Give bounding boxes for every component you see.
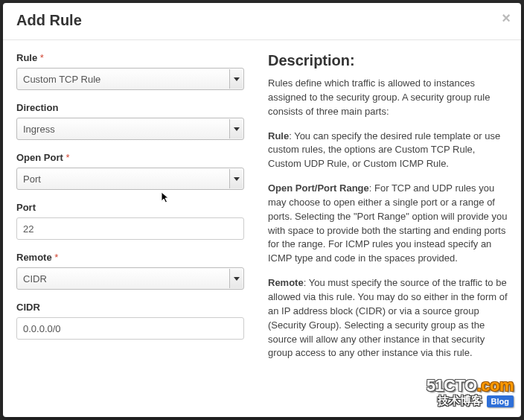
rule-label-text: Rule — [16, 52, 37, 63]
cidr-label: CIDR — [16, 302, 247, 313]
port-input[interactable] — [16, 217, 244, 240]
close-icon[interactable]: × — [502, 10, 511, 25]
desc-openport-text: : For TCP and UDP rules you may choose t… — [268, 182, 507, 264]
watermark-site: 51CTO.com — [426, 376, 514, 395]
desc-rule-text: : You can specify the desired rule templ… — [268, 130, 500, 170]
field-rule: Rule * Custom TCP Rule — [16, 52, 247, 90]
field-cidr: CIDR — [16, 302, 247, 340]
add-rule-modal: Add Rule × Rule * Custom TCP Rule Direct… — [3, 3, 521, 417]
direction-select[interactable]: Ingress — [16, 118, 244, 140]
modal-title: Add Rule — [16, 12, 508, 29]
remote-select[interactable]: CIDR — [16, 267, 244, 290]
form-column: Rule * Custom TCP Rule Direction Ingress — [16, 52, 262, 371]
description-title: Description: — [268, 52, 508, 69]
open-port-label: Open Port * — [16, 152, 247, 163]
port-label: Port — [16, 202, 247, 213]
field-remote: Remote * CIDR — [16, 252, 247, 290]
description-intro: Rules define which traffic is allowed to… — [268, 77, 508, 119]
description-openport: Open Port/Port Range: For TCP and UDP ru… — [268, 182, 508, 266]
remote-label-text: Remote — [16, 252, 52, 263]
watermark: 51CTO.com 技术博客 Blog — [426, 376, 514, 408]
modal-header: Add Rule × — [3, 3, 521, 40]
required-marker: * — [40, 52, 44, 63]
direction-label: Direction — [16, 102, 247, 113]
desc-openport-label: Open Port/Port Range — [268, 182, 369, 194]
remote-label: Remote * — [16, 252, 247, 263]
desc-rule-label: Rule — [268, 130, 289, 141]
description-remote: Remote: You must specify the source of t… — [268, 276, 508, 360]
required-marker: * — [66, 152, 69, 163]
description-column: Description: Rules define which traffic … — [262, 52, 508, 371]
watermark-site-suffix: .com — [477, 376, 514, 395]
field-port: Port — [16, 202, 247, 240]
desc-remote-label: Remote — [268, 277, 304, 288]
field-open-port: Open Port * Port — [16, 152, 247, 190]
desc-remote-text: : You must specify the source of the tra… — [268, 277, 508, 358]
field-direction: Direction Ingress — [16, 102, 247, 140]
description-rule: Rule: You can specify the desired rule t… — [268, 130, 508, 172]
cidr-input[interactable] — [16, 317, 244, 340]
modal-body: Rule * Custom TCP Rule Direction Ingress — [3, 40, 521, 383]
open-port-select[interactable]: Port — [16, 168, 244, 190]
watermark-bottom: 技术博客 Blog — [426, 394, 514, 408]
watermark-blog-badge: Blog — [487, 395, 514, 407]
rule-label: Rule * — [16, 52, 247, 63]
required-marker: * — [54, 252, 58, 263]
watermark-cn: 技术博客 — [438, 394, 482, 408]
open-port-label-text: Open Port — [16, 152, 63, 163]
rule-select[interactable]: Custom TCP Rule — [16, 68, 244, 90]
watermark-site-prefix: 51CTO — [426, 376, 477, 395]
